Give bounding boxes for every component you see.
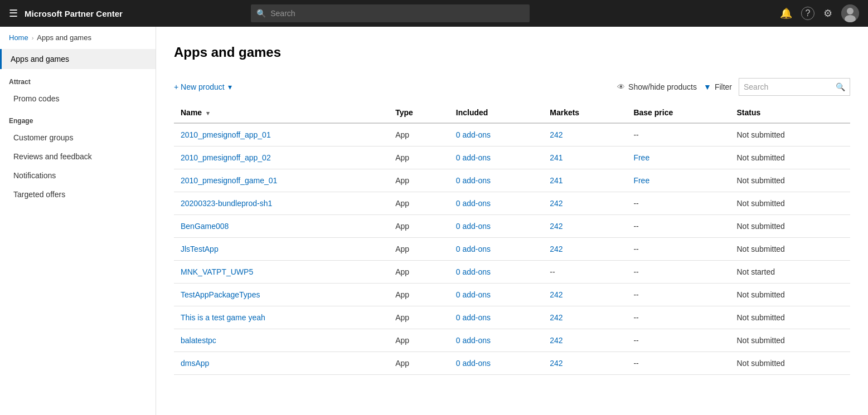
markets-link[interactable]: 242	[550, 290, 562, 299]
included-link[interactable]: 0 add-ons	[456, 222, 491, 231]
included-link[interactable]: 0 add-ons	[456, 336, 491, 345]
cell-markets: 241	[543, 147, 627, 169]
markets-link[interactable]: 241	[550, 176, 562, 185]
notifications-icon[interactable]: 🔔	[780, 7, 792, 19]
table-search-input[interactable]	[744, 82, 832, 91]
included-link[interactable]: 0 add-ons	[456, 245, 491, 253]
sidebar-item-apps-and-games[interactable]: Apps and games	[0, 49, 156, 69]
included-link[interactable]: 0 add-ons	[456, 130, 491, 139]
table-row: This is a test game yeahApp0 add-ons242-…	[174, 306, 850, 329]
help-icon[interactable]: ?	[801, 7, 814, 20]
global-search-input[interactable]	[270, 9, 524, 18]
cell-type: App	[389, 284, 449, 306]
cell-type: App	[389, 147, 449, 169]
included-link[interactable]: 0 add-ons	[456, 267, 491, 276]
new-product-button[interactable]: + New product ▾	[174, 79, 232, 95]
col-header-type[interactable]: Type	[389, 102, 449, 123]
app-name-link[interactable]: 2010_pmesignoff_game_01	[181, 176, 277, 185]
col-header-name[interactable]: Name ▾	[174, 102, 389, 123]
cell-base-price: --	[627, 352, 730, 375]
cell-name: 2010_pmesignoff_app_02	[174, 147, 389, 169]
cell-type: App	[389, 123, 449, 147]
table-search-box[interactable]: 🔍	[739, 78, 850, 96]
top-nav-right: 🔔 ? ⚙	[780, 4, 859, 22]
app-name-link[interactable]: 2010_pmesignoff_app_02	[181, 153, 271, 162]
base-price-link[interactable]: Free	[633, 176, 649, 185]
cell-status: Not submitted	[730, 352, 851, 375]
cell-base-price: --	[627, 123, 730, 147]
markets-link[interactable]: 242	[550, 245, 562, 253]
col-header-base-price[interactable]: Base price	[627, 102, 730, 123]
app-name-link[interactable]: MNK_VATPT_UWP5	[181, 267, 253, 276]
global-search-bar[interactable]: 🔍	[251, 4, 530, 22]
included-link[interactable]: 0 add-ons	[456, 176, 491, 185]
app-name-link[interactable]: TestAppPackageTypes	[181, 290, 260, 299]
cell-type: App	[389, 352, 449, 375]
included-link[interactable]: 0 add-ons	[456, 153, 491, 162]
cell-included: 0 add-ons	[449, 169, 543, 192]
cell-markets: 241	[543, 169, 627, 192]
table-row: TestAppPackageTypesApp0 add-ons242--Not …	[174, 284, 850, 306]
cell-status: Not submitted	[730, 306, 851, 329]
table-row: MNK_VATPT_UWP5App0 add-ons----Not starte…	[174, 261, 850, 284]
show-hide-icon: 👁	[617, 82, 625, 91]
cell-name: balatestpc	[174, 329, 389, 352]
avatar[interactable]	[841, 4, 859, 22]
app-name-link[interactable]: balatestpc	[181, 336, 216, 345]
hamburger-icon[interactable]: ☰	[9, 7, 18, 19]
cell-included: 0 add-ons	[449, 147, 543, 169]
table-search-icon: 🔍	[836, 82, 845, 91]
cell-type: App	[389, 192, 449, 215]
col-header-included[interactable]: Included	[449, 102, 543, 123]
cell-name: TestAppPackageTypes	[174, 284, 389, 306]
app-name-link[interactable]: dmsApp	[181, 359, 209, 368]
app-name-link[interactable]: 2010_pmesignoff_app_01	[181, 130, 271, 139]
cell-included: 0 add-ons	[449, 352, 543, 375]
table-row: dmsAppApp0 add-ons242--Not submitted	[174, 352, 850, 375]
app-name-link[interactable]: This is a test game yeah	[181, 313, 265, 322]
markets-link[interactable]: 241	[550, 153, 562, 162]
col-header-markets[interactable]: Markets	[543, 102, 627, 123]
app-name-link[interactable]: JlsTestApp	[181, 245, 219, 253]
included-link[interactable]: 0 add-ons	[456, 359, 491, 368]
cell-name: 2010_pmesignoff_game_01	[174, 169, 389, 192]
filter-label: Filter	[715, 82, 732, 91]
breadcrumb: Home › Apps and games	[0, 27, 156, 49]
app-name-link[interactable]: 20200323-bundleprod-sh1	[181, 199, 272, 208]
filter-button[interactable]: ▼ Filter	[704, 82, 732, 91]
sidebar-item-promo-codes[interactable]: Promo codes	[0, 89, 156, 108]
cell-markets: 242	[543, 306, 627, 329]
included-link[interactable]: 0 add-ons	[456, 199, 491, 208]
markets-link[interactable]: 242	[550, 199, 562, 208]
breadcrumb-home[interactable]: Home	[9, 33, 28, 42]
cell-name: This is a test game yeah	[174, 306, 389, 329]
table-row: 2010_pmesignoff_game_01App0 add-ons241Fr…	[174, 169, 850, 192]
included-link[interactable]: 0 add-ons	[456, 290, 491, 299]
cell-status: Not submitted	[730, 215, 851, 238]
cell-name: BenGame008	[174, 215, 389, 238]
markets-link[interactable]: 242	[550, 336, 562, 345]
base-price-link[interactable]: Free	[633, 153, 649, 162]
included-link[interactable]: 0 add-ons	[456, 313, 491, 322]
cell-included: 0 add-ons	[449, 238, 543, 261]
content-area: Apps and games + New product ▾ 👁 Show/hi…	[156, 27, 868, 415]
markets-link[interactable]: 242	[550, 222, 562, 231]
cell-included: 0 add-ons	[449, 215, 543, 238]
cell-base-price: --	[627, 261, 730, 284]
settings-icon[interactable]: ⚙	[823, 7, 832, 19]
show-hide-products-button[interactable]: 👁 Show/hide products	[617, 82, 697, 91]
cell-included: 0 add-ons	[449, 306, 543, 329]
sidebar-item-customer-groups[interactable]: Customer groups	[0, 128, 156, 147]
name-sort-icon: ▾	[206, 110, 210, 116]
markets-link[interactable]: 242	[550, 130, 562, 139]
markets-link[interactable]: 242	[550, 359, 562, 368]
sidebar-item-reviews-and-feedback[interactable]: Reviews and feedback	[0, 147, 156, 166]
markets-link[interactable]: 242	[550, 313, 562, 322]
sidebar-item-targeted-offers[interactable]: Targeted offers	[0, 185, 156, 204]
sidebar-section-attract: Attract	[0, 69, 156, 89]
sidebar-item-notifications[interactable]: Notifications	[0, 166, 156, 185]
col-header-status[interactable]: Status	[730, 102, 851, 123]
cell-name: JlsTestApp	[174, 238, 389, 261]
app-name-link[interactable]: BenGame008	[181, 222, 229, 231]
cell-status: Not submitted	[730, 329, 851, 352]
